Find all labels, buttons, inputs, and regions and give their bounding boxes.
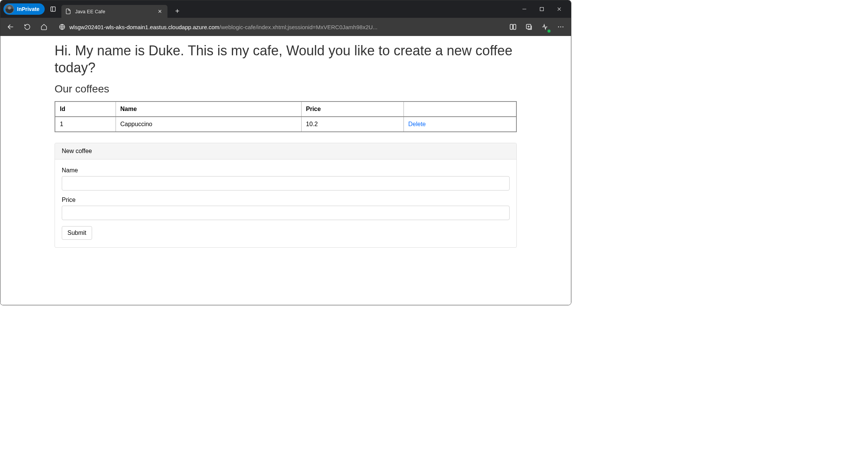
delete-link[interactable]: Delete bbox=[408, 121, 426, 127]
svg-point-19 bbox=[560, 27, 561, 28]
page-viewport: Hi. My name is Duke. This is my cafe, Wo… bbox=[0, 36, 571, 305]
price-label: Price bbox=[62, 197, 510, 203]
th-id: Id bbox=[55, 102, 116, 117]
toolbar: wlsgw202401-wls-aks-domain1.eastus.cloud… bbox=[0, 18, 571, 36]
browser-tab[interactable]: Java EE Cafe bbox=[61, 5, 167, 18]
new-coffee-panel: New coffee Name Price Submit bbox=[55, 143, 517, 248]
svg-point-20 bbox=[563, 27, 564, 28]
document-icon bbox=[65, 8, 71, 14]
profile-avatar-icon bbox=[5, 5, 14, 14]
refresh-button[interactable] bbox=[20, 20, 34, 34]
new-tab-button[interactable] bbox=[171, 5, 183, 17]
browser-window: InPrivate Java EE Cafe bbox=[0, 0, 571, 305]
panel-header: New coffee bbox=[55, 143, 516, 159]
site-info-icon[interactable] bbox=[59, 23, 66, 30]
svg-rect-7 bbox=[540, 8, 544, 11]
svg-rect-0 bbox=[51, 7, 55, 11]
svg-point-18 bbox=[558, 27, 559, 28]
back-button[interactable] bbox=[3, 20, 18, 34]
close-window-button[interactable] bbox=[551, 0, 568, 18]
url-text: wlsgw202401-wls-aks-domain1.eastus.cloud… bbox=[69, 24, 377, 30]
address-bar[interactable]: wlsgw202401-wls-aks-domain1.eastus.cloud… bbox=[53, 20, 504, 33]
cell-name: Cappuccino bbox=[116, 117, 301, 132]
th-price: Price bbox=[301, 102, 404, 117]
th-actions bbox=[404, 102, 516, 117]
minimize-button[interactable] bbox=[516, 0, 533, 18]
coffees-table: Id Name Price 1Cappuccino10.2Delete bbox=[55, 101, 517, 132]
inprivate-indicator[interactable]: InPrivate bbox=[3, 3, 45, 15]
price-input[interactable] bbox=[62, 206, 510, 220]
svg-rect-14 bbox=[513, 24, 516, 29]
more-menu-icon[interactable] bbox=[554, 20, 568, 34]
window-controls bbox=[516, 0, 568, 18]
maximize-button[interactable] bbox=[533, 0, 551, 18]
table-header-row: Id Name Price bbox=[55, 102, 516, 117]
svg-rect-13 bbox=[510, 24, 513, 29]
page-title: Hi. My name is Duke. This is my cafe, Wo… bbox=[55, 42, 517, 76]
url-path: /weblogic-cafe/index.xhtml;jsessionid=Mx… bbox=[219, 24, 377, 30]
name-label: Name bbox=[62, 167, 510, 174]
collections-icon[interactable] bbox=[522, 20, 536, 34]
tab-actions-icon[interactable] bbox=[46, 2, 60, 16]
url-host: wlsgw202401-wls-aks-domain1.eastus.cloud… bbox=[69, 24, 219, 30]
split-screen-icon[interactable] bbox=[506, 20, 520, 34]
cell-id: 1 bbox=[55, 117, 116, 132]
name-input[interactable] bbox=[62, 176, 510, 191]
cell-action: Delete bbox=[404, 117, 516, 132]
submit-button[interactable]: Submit bbox=[62, 226, 92, 240]
th-name: Name bbox=[116, 102, 301, 117]
titlebar: InPrivate Java EE Cafe bbox=[0, 0, 571, 18]
close-tab-icon[interactable] bbox=[156, 8, 164, 15]
section-heading: Our coffees bbox=[55, 83, 517, 95]
home-button[interactable] bbox=[37, 20, 51, 34]
inprivate-label: InPrivate bbox=[17, 6, 39, 12]
tab-title: Java EE Cafe bbox=[75, 9, 152, 14]
table-row: 1Cappuccino10.2Delete bbox=[55, 117, 516, 132]
performance-icon[interactable] bbox=[538, 20, 552, 34]
cell-price: 10.2 bbox=[301, 117, 404, 132]
